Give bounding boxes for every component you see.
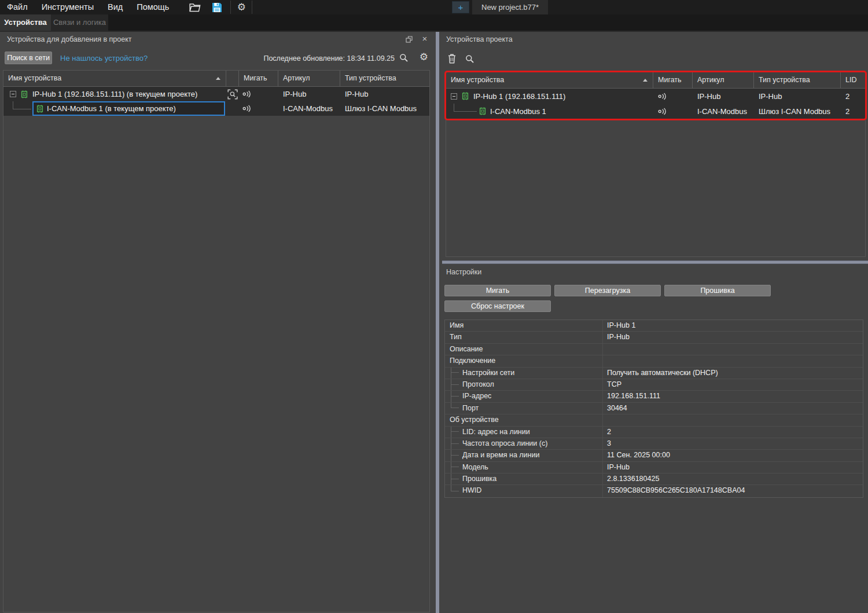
sort-ascending-icon [216, 77, 220, 80]
property-value[interactable]: 192.168.151.111 [602, 391, 863, 402]
property-label: HWID [445, 485, 602, 497]
column-header-article[interactable]: Артикул [278, 71, 340, 87]
property-value[interactable]: IP-Hub [602, 332, 863, 343]
device-lid: 2 [841, 104, 865, 119]
property-row[interactable]: Настройки сетиПолучить автоматически (DH… [445, 368, 863, 379]
property-row[interactable]: ПротоколTCP [445, 379, 863, 391]
tree-connector [451, 379, 459, 385]
trash-icon [448, 54, 456, 64]
property-value[interactable]: Получить автоматически (DHCP) [602, 368, 863, 379]
blink-signal-icon[interactable] [242, 90, 252, 98]
column-header-type[interactable]: Тип устройства [754, 72, 841, 89]
close-panel-button[interactable]: × [420, 34, 429, 44]
open-project-button[interactable] [186, 1, 204, 14]
tree-connector [451, 485, 459, 491]
property-value[interactable]: 11 Сен. 2025 00:00 [602, 450, 863, 461]
column-header-blink[interactable]: Мигать [239, 71, 278, 87]
property-label: Описание [445, 344, 602, 355]
property-value[interactable] [602, 414, 863, 425]
project-tab-group: + New project.b77* [452, 0, 548, 14]
property-row[interactable]: Описание [445, 344, 863, 355]
tree-connector [451, 462, 459, 468]
property-value[interactable] [602, 344, 863, 355]
property-row[interactable]: Порт30464 [445, 403, 863, 414]
property-value[interactable]: 2.8.1336180425 [602, 473, 863, 484]
blink-button[interactable]: Мигать [444, 285, 551, 296]
app-settings-button[interactable]: ⚙ [233, 1, 250, 14]
vertical-splitter[interactable] [434, 32, 442, 613]
property-row[interactable]: HWID75509C88CB956C265C180A17148CBA04 [445, 485, 863, 497]
property-row[interactable]: Частота опроса линии (с)3 [445, 438, 863, 450]
blink-signal-icon[interactable] [658, 93, 668, 100]
property-value[interactable] [602, 355, 863, 366]
column-header-type[interactable]: Тип устройства [340, 71, 429, 87]
save-project-button[interactable] [208, 1, 226, 14]
property-row[interactable]: Прошивка2.8.1336180425 [445, 473, 863, 485]
column-header-lid[interactable]: LID [841, 72, 865, 89]
new-project-tab-button[interactable]: + [452, 1, 469, 13]
tree-connector [451, 473, 459, 479]
selected-cell[interactable]: I-CAN-Modbus 1 (в текущем проекте) [32, 101, 225, 116]
search-network-button[interactable]: Поиск в сети [5, 52, 52, 64]
float-icon [406, 36, 413, 43]
property-row[interactable]: Подключение [445, 355, 863, 367]
device-icon [36, 105, 43, 113]
column-header-article[interactable]: Артикул [693, 72, 754, 89]
project-file-tab[interactable]: New project.b77* [472, 0, 548, 14]
tab-links-logic[interactable]: Связи и логика [51, 14, 108, 31]
property-value[interactable]: 30464 [602, 403, 863, 414]
property-row[interactable]: МодельIP-Hub [445, 462, 863, 473]
menu-help[interactable]: Помощь [130, 0, 176, 14]
device-name-label: IP-Hub 1 (192.168.151.111) (в текущем пр… [32, 90, 197, 98]
column-header-blink[interactable]: Мигать [653, 72, 693, 89]
last-update-label: Последнее обновление: 18:34 11.09.25 [263, 54, 395, 63]
locate-scan-icon[interactable] [227, 89, 238, 100]
search-device-button[interactable] [465, 54, 475, 64]
property-value[interactable]: 3 [602, 438, 863, 449]
menu-file[interactable]: Файл [0, 0, 35, 14]
property-grid: ИмяIP-Hub 1ТипIP-HubОписаниеПодключениеН… [444, 320, 863, 498]
property-row[interactable]: LID: адрес на линии2 [445, 427, 863, 438]
property-row[interactable]: ТипIP-Hub [445, 332, 863, 343]
search-settings-button[interactable]: ⚙ [420, 52, 428, 62]
delete-device-button[interactable] [448, 54, 456, 64]
property-row[interactable]: IP-адрес192.168.151.111 [445, 391, 863, 402]
table-row[interactable]: IP-Hub 1 (192.168.151.111) IP-Hub IP-Hub… [446, 89, 865, 104]
device-not-found-link[interactable]: Не нашлось устройство? [60, 54, 148, 63]
column-header-name[interactable]: Имя устройства [446, 72, 653, 89]
property-label: Прошивка [445, 473, 602, 484]
property-label: Подключение [445, 355, 602, 366]
tree-connector [454, 104, 477, 112]
column-header-name[interactable]: Имя устройства [3, 71, 226, 87]
property-value[interactable]: IP-Hub [602, 462, 863, 473]
devices-to-add-panel: Устройства для добавления в проект × Пои… [0, 32, 434, 613]
table-row-selected[interactable]: I-CAN-Modbus 1 (в текущем проекте) I-CAN… [3, 101, 429, 116]
collapse-expander-icon[interactable] [10, 91, 16, 97]
collapse-expander-icon[interactable] [451, 93, 457, 100]
device-lid: 2 [841, 89, 865, 104]
blink-signal-icon[interactable] [242, 105, 252, 112]
property-label: Частота опроса линии (с) [445, 438, 602, 449]
refresh-search-button[interactable] [399, 53, 409, 63]
table-row[interactable]: IP-Hub 1 (192.168.151.111) (в текущем пр… [3, 87, 429, 101]
reboot-button[interactable]: Перезагрузка [554, 285, 661, 296]
available-devices-table: Имя устройства Мигать Артикул Тип устрой… [3, 70, 430, 612]
tab-devices[interactable]: Устройства [0, 14, 51, 31]
table-row[interactable]: I-CAN-Modbus 1 I-CAN-Modbus Шлюз I-CAN M… [446, 104, 865, 119]
panel-titlebar: Устройства для добавления в проект × [0, 32, 434, 47]
property-value[interactable]: TCP [602, 379, 863, 390]
property-value[interactable]: 2 [602, 427, 863, 438]
reset-settings-button[interactable]: Сброс настроек [444, 300, 551, 312]
property-value[interactable]: 75509C88CB956C265C180A17148CBA04 [602, 485, 863, 497]
menu-view[interactable]: Вид [101, 0, 130, 14]
firmware-button[interactable]: Прошивка [664, 285, 771, 296]
property-value[interactable]: IP-Hub 1 [602, 320, 863, 331]
undock-panel-button[interactable] [405, 35, 413, 43]
property-row[interactable]: Дата и время на линии11 Сен. 2025 00:00 [445, 450, 863, 461]
blink-signal-icon[interactable] [658, 108, 668, 115]
property-row[interactable]: Об устройстве [445, 414, 863, 426]
column-header-actions[interactable] [226, 71, 239, 87]
property-row[interactable]: ИмяIP-Hub 1 [445, 320, 863, 332]
menu-tools[interactable]: Инструменты [35, 0, 101, 14]
property-label: Настройки сети [445, 368, 602, 379]
